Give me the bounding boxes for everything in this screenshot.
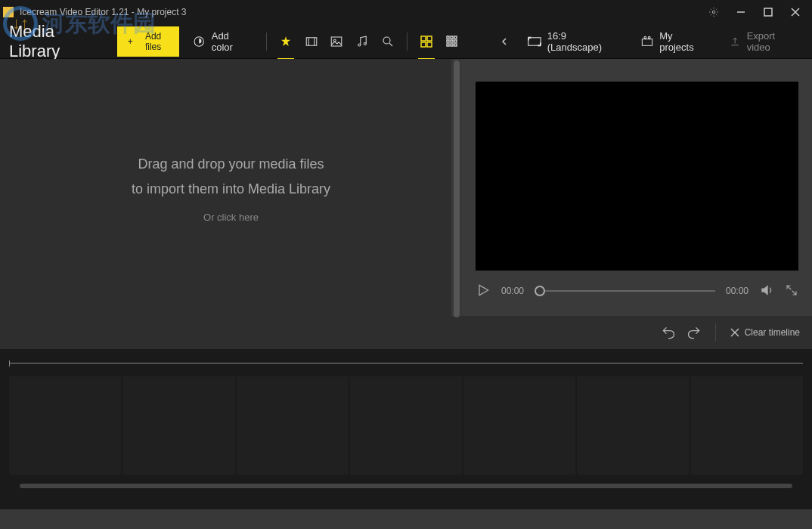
media-library-panel[interactable]: Drag and drop your media files to import… <box>0 59 462 316</box>
track-slot[interactable] <box>122 376 234 475</box>
track-slot[interactable] <box>350 376 462 475</box>
filter-image-icon[interactable] <box>327 31 346 52</box>
export-video-button[interactable]: Export video <box>722 26 803 57</box>
svg-rect-20 <box>451 36 453 39</box>
divider <box>266 32 267 51</box>
preview-controls: 00:00 00:00 <box>476 280 798 302</box>
timeline-ruler[interactable] <box>9 363 803 372</box>
fullscreen-icon[interactable] <box>785 283 798 299</box>
maximize-button[interactable] <box>755 0 782 24</box>
add-color-label: Add color <box>212 30 249 53</box>
svg-rect-33 <box>642 39 652 45</box>
track-slot[interactable] <box>577 376 689 475</box>
track-slot[interactable] <box>463 376 575 475</box>
svg-rect-9 <box>332 37 342 46</box>
svg-point-35 <box>649 36 651 39</box>
redo-button[interactable] <box>686 325 702 340</box>
svg-rect-23 <box>451 40 453 42</box>
app-icon <box>3 7 14 17</box>
my-projects-button[interactable]: My projects <box>634 26 711 57</box>
add-color-button[interactable]: Add color <box>185 26 257 57</box>
settings-icon[interactable] <box>700 0 727 24</box>
library-scrollbar[interactable] <box>451 59 462 316</box>
svg-rect-17 <box>421 42 426 47</box>
time-total: 00:00 <box>726 286 748 296</box>
timeline-panel <box>0 349 812 508</box>
svg-point-34 <box>644 36 646 39</box>
library-hint-line1: Drag and drop your media files <box>132 152 330 176</box>
library-click-here[interactable]: Or click here <box>203 212 259 223</box>
add-files-button[interactable]: + Add files <box>117 26 179 57</box>
clear-timeline-button[interactable]: Clear timeline <box>730 327 800 338</box>
divider <box>715 323 716 342</box>
close-button[interactable] <box>782 0 809 24</box>
svg-rect-18 <box>427 42 432 47</box>
view-small-icon[interactable] <box>442 31 462 52</box>
undo-button[interactable] <box>661 325 676 340</box>
main-area: Drag and drop your media files to import… <box>0 59 812 316</box>
svg-rect-26 <box>451 44 453 46</box>
search-icon[interactable] <box>378 31 398 52</box>
svg-rect-21 <box>454 36 457 39</box>
svg-point-0 <box>712 11 715 14</box>
aspect-ratio-label: 16:9 (Landscape) <box>547 30 615 53</box>
collapse-icon[interactable] <box>494 31 514 52</box>
window-title: Icecream Video Editor 1.21 - My project … <box>20 7 700 17</box>
my-projects-label: My projects <box>659 30 704 53</box>
svg-rect-16 <box>427 36 432 41</box>
titlebar: Icecream Video Editor 1.21 - My project … <box>0 0 812 24</box>
svg-rect-15 <box>421 36 426 41</box>
aspect-ratio-button[interactable]: 16:9 (Landscape) <box>520 26 623 57</box>
add-files-label: Add files <box>138 31 169 52</box>
preview-panel: 00:00 00:00 <box>462 59 812 316</box>
svg-point-13 <box>383 37 390 44</box>
timeline-tracks[interactable] <box>9 376 803 475</box>
plus-icon: + <box>128 36 133 47</box>
track-slot[interactable] <box>691 376 803 475</box>
svg-rect-22 <box>447 40 449 42</box>
svg-rect-27 <box>454 44 457 46</box>
timeline-toolbar: Clear timeline <box>0 316 812 349</box>
volume-icon[interactable] <box>759 283 774 300</box>
time-current: 00:00 <box>501 286 524 296</box>
library-hint: Drag and drop your media files to import… <box>132 152 330 201</box>
divider <box>407 32 408 51</box>
svg-point-11 <box>358 44 361 46</box>
preview-seek-slider[interactable] <box>535 290 715 292</box>
track-slot[interactable] <box>9 376 121 475</box>
filter-video-icon[interactable] <box>302 31 321 52</box>
svg-rect-2 <box>764 8 772 16</box>
svg-rect-28 <box>528 37 541 45</box>
filter-audio-icon[interactable] <box>352 31 372 52</box>
svg-rect-24 <box>454 40 457 42</box>
timeline-scrollbar[interactable] <box>9 482 803 490</box>
preview-video[interactable] <box>476 82 798 271</box>
play-button[interactable] <box>476 283 491 300</box>
media-library-label: Media Library <box>9 22 102 61</box>
export-video-label: Export video <box>747 30 795 53</box>
library-hint-line2: to import them into Media Library <box>132 177 330 201</box>
toolbar: Media Library + Add files Add color 16:9… <box>0 24 812 59</box>
minimize-button[interactable] <box>727 0 755 24</box>
track-slot[interactable] <box>237 376 349 475</box>
svg-line-14 <box>389 43 392 46</box>
statusbar <box>0 509 812 529</box>
svg-rect-19 <box>447 36 449 39</box>
view-large-icon[interactable] <box>417 31 436 52</box>
svg-rect-6 <box>306 37 317 45</box>
svg-rect-25 <box>447 44 449 46</box>
svg-point-12 <box>364 42 366 45</box>
clear-timeline-label: Clear timeline <box>745 327 800 338</box>
filter-all-icon[interactable] <box>276 31 296 52</box>
